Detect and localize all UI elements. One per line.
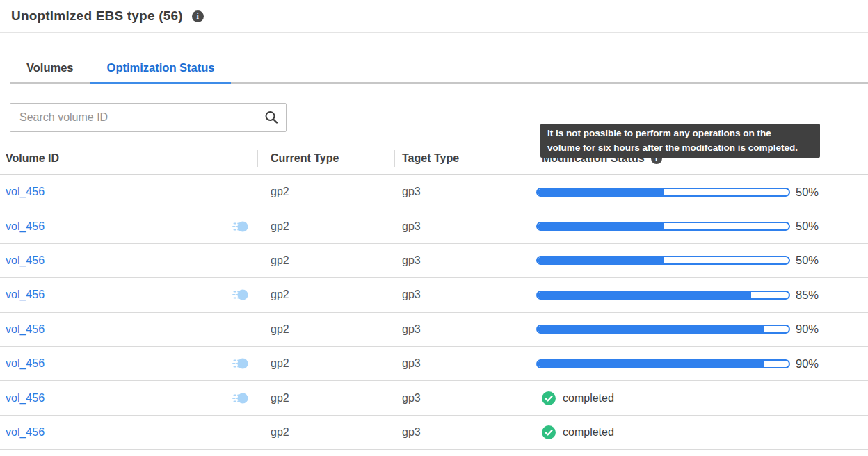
page-title: Unoptimized EBS type (56): [11, 8, 183, 24]
target-type-cell: gp3: [395, 278, 531, 311]
column-header-target-type: Taget Type: [395, 142, 531, 174]
fast-transfer-icon: [232, 288, 248, 302]
progress-fill: [538, 292, 751, 298]
completed-check-icon: [542, 425, 556, 439]
modification-status-cell: 90%: [531, 313, 868, 346]
target-type-cell: gp3: [395, 381, 531, 414]
current-type-cell: gp2: [258, 313, 395, 346]
volume-id-link[interactable]: vol_456: [6, 254, 45, 267]
completed-status: completed: [536, 391, 614, 405]
modification-status-cell: completed: [531, 416, 868, 449]
completed-label: completed: [563, 426, 614, 439]
table-row: vol_456 gp2 gp3 85%: [0, 278, 868, 312]
current-type-cell: gp2: [258, 381, 395, 414]
tooltip: It is not possible to perform any operat…: [540, 124, 820, 158]
current-type-cell: gp2: [258, 278, 395, 311]
current-type-cell: gp2: [258, 416, 395, 449]
table-row: vol_456 gp2 gp3 90%: [0, 313, 868, 347]
tab-optimization-status[interactable]: Optimization Status: [90, 61, 232, 84]
column-header-current-type: Current Type: [258, 142, 395, 174]
volume-id-cell: vol_456: [0, 347, 258, 380]
progress-fill: [538, 223, 664, 229]
volume-id-cell: vol_456: [0, 416, 258, 449]
table-row: vol_456 gp2 gp3 50%: [0, 244, 868, 278]
progress-label: 90%: [796, 357, 819, 370]
progress-status: 50%: [536, 186, 819, 199]
search-icon: [264, 110, 279, 125]
progress-label: 90%: [796, 323, 819, 336]
current-type-cell: gp2: [258, 209, 395, 243]
current-type-cell: gp2: [258, 347, 395, 380]
info-icon[interactable]: i: [192, 10, 204, 22]
progress-status: 90%: [536, 357, 819, 370]
target-type-cell: gp3: [395, 209, 531, 243]
modification-status-cell: 90%: [531, 347, 868, 380]
progress-bar: [536, 325, 790, 334]
progress-status: 50%: [536, 254, 819, 267]
progress-fill: [538, 361, 764, 367]
current-type-cell: gp2: [258, 244, 395, 277]
table-row: vol_456 gp2 gp3: [0, 416, 868, 450]
table-row: vol_456 gp2 gp3 50%: [0, 175, 868, 209]
column-header-volume-id: Volume ID: [0, 142, 258, 174]
target-type-cell: gp3: [395, 416, 531, 449]
completed-status: completed: [536, 425, 614, 439]
volume-id-link[interactable]: vol_456: [6, 288, 45, 301]
volume-id-cell: vol_456: [0, 278, 258, 311]
tab-volumes[interactable]: Volumes: [10, 61, 90, 84]
progress-bar: [536, 256, 790, 265]
completed-check-icon: [542, 391, 556, 405]
table-row: vol_456 gp2 gp3 90%: [0, 347, 868, 381]
progress-label: 50%: [796, 220, 819, 233]
page-header: Unoptimized EBS type (56) i: [0, 0, 868, 33]
search-input[interactable]: [10, 103, 287, 132]
tooltip-line-1: It is not possible to perform any operat…: [547, 126, 813, 140]
progress-bar: [536, 291, 790, 300]
modification-status-cell: 85%: [531, 278, 868, 311]
progress-label: 50%: [796, 186, 819, 199]
volume-id-link[interactable]: vol_456: [6, 323, 45, 336]
target-type-cell: gp3: [395, 313, 531, 346]
search-row: [10, 103, 287, 132]
fast-transfer-icon: [232, 357, 248, 370]
optimization-table: Volume ID Current Type Taget Type Modifi…: [0, 142, 868, 450]
volume-id-link[interactable]: vol_456: [6, 392, 45, 405]
current-type-cell: gp2: [258, 175, 395, 209]
modification-status-cell: 50%: [531, 175, 868, 209]
volume-id-cell: vol_456: [0, 381, 258, 414]
modification-status-cell: 50%: [531, 209, 868, 243]
progress-bar: [536, 188, 790, 197]
modification-status-cell: 50%: [531, 244, 868, 277]
volume-id-link[interactable]: vol_456: [6, 220, 45, 233]
volume-id-cell: vol_456: [0, 175, 258, 209]
volume-id-link[interactable]: vol_456: [6, 426, 45, 439]
progress-status: 50%: [536, 220, 819, 233]
table-row: vol_456 gp2 gp3: [0, 381, 868, 415]
target-type-cell: gp3: [395, 175, 531, 209]
completed-label: completed: [563, 392, 614, 405]
volume-id-cell: vol_456: [0, 313, 258, 346]
progress-bar: [536, 359, 790, 368]
tooltip-line-2: volume for six hours after the modifcati…: [547, 140, 813, 155]
volume-id-cell: vol_456: [0, 209, 258, 243]
progress-label: 85%: [796, 288, 819, 302]
tab-bar: Volumes Optimization Status: [10, 61, 868, 84]
target-type-cell: gp3: [395, 244, 531, 277]
progress-label: 50%: [796, 254, 819, 267]
progress-fill: [538, 189, 664, 195]
fast-transfer-icon: [232, 391, 248, 405]
table-body: vol_456 gp2 gp3 50%: [0, 175, 868, 450]
progress-fill: [538, 326, 764, 332]
progress-fill: [538, 257, 664, 263]
fast-transfer-icon: [232, 220, 248, 234]
volume-id-link[interactable]: vol_456: [6, 186, 45, 198]
search-button[interactable]: [263, 109, 280, 126]
volume-id-link[interactable]: vol_456: [6, 357, 45, 370]
table-row: vol_456 gp2 gp3 50%: [0, 209, 868, 243]
volume-id-cell: vol_456: [0, 244, 258, 277]
modification-status-cell: completed: [531, 381, 868, 414]
progress-bar: [536, 222, 790, 231]
progress-status: 85%: [536, 288, 819, 302]
progress-status: 90%: [536, 323, 819, 336]
target-type-cell: gp3: [395, 347, 531, 380]
